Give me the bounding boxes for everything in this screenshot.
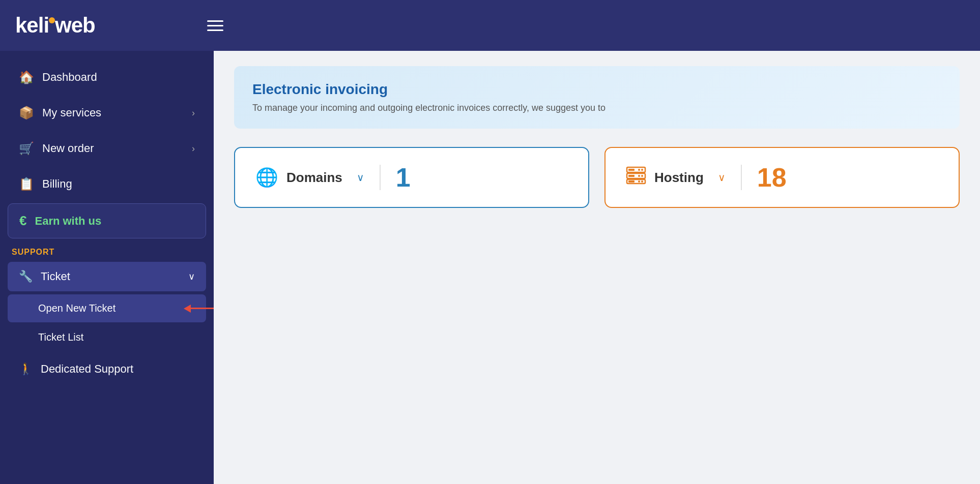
main-layout: 🏠 Dashboard 📦 My services › 🛒 New order … (0, 51, 980, 484)
euro-icon: € (19, 213, 26, 229)
hamburger-line-3 (207, 29, 223, 31)
svg-point-6 (638, 175, 640, 177)
chevron-right-icon: › (192, 108, 195, 118)
hosting-count: 18 (757, 162, 787, 193)
hamburger-button[interactable] (207, 20, 223, 31)
globe-icon: 🌐 (255, 167, 278, 188)
hosting-card-divider (741, 165, 742, 190)
logo-text: keliweb (15, 13, 95, 38)
svg-rect-11 (628, 180, 635, 183)
banner-title: Electronic invoicing (252, 81, 941, 98)
wrench-icon: 🔧 (19, 270, 33, 283)
domains-count: 1 (396, 162, 411, 193)
sidebar-item-dashboard-label: Dashboard (42, 71, 97, 84)
sidebar-item-my-services[interactable]: 📦 My services › (8, 97, 206, 129)
hamburger-line-2 (207, 25, 223, 26)
chevron-down-icon: ∨ (188, 271, 195, 282)
domains-card[interactable]: 🌐 Domains ∨ 1 (234, 147, 589, 208)
cart-icon: 🛒 (19, 141, 34, 156)
home-icon: 🏠 (19, 70, 34, 84)
sidebar-item-billing-label: Billing (42, 177, 72, 191)
top-header: keliweb (0, 0, 980, 51)
sidebar-item-earn-label: Earn with us (35, 215, 101, 228)
domains-card-left: 🌐 Domains ∨ (255, 167, 364, 188)
logo-dot (49, 17, 55, 23)
hosting-card-label: Hosting (654, 170, 704, 186)
server-icon (626, 166, 646, 189)
arrow-line (191, 308, 214, 309)
svg-point-1 (641, 169, 643, 171)
sidebar-item-ticket[interactable]: 🔧 Ticket ∨ (8, 262, 206, 291)
domains-chevron-icon: ∨ (357, 171, 364, 184)
hamburger-line-1 (207, 20, 223, 22)
arrow-indicator (185, 305, 214, 313)
sidebar-item-dedicated-support-label: Dedicated Support (41, 362, 133, 376)
svg-point-2 (638, 169, 640, 171)
sidebar: 🏠 Dashboard 📦 My services › 🛒 New order … (0, 51, 214, 484)
svg-rect-7 (628, 175, 635, 177)
hosting-chevron-icon: ∨ (718, 171, 726, 184)
sidebar-item-earn[interactable]: € Earn with us (8, 203, 206, 238)
person-walking-icon: 🚶 (19, 362, 33, 376)
svg-point-5 (641, 175, 643, 177)
open-new-ticket-label: Open New Ticket (38, 302, 116, 314)
submenu-item-ticket-list[interactable]: Ticket List (8, 323, 206, 351)
logo: keliweb (15, 13, 95, 38)
arrow-head (184, 305, 191, 313)
ticket-list-label: Ticket List (38, 331, 83, 343)
banner-text: To manage your incoming and outgoing ele… (252, 103, 941, 113)
billing-icon: 📋 (19, 177, 34, 191)
domains-card-label: Domains (286, 170, 342, 186)
sidebar-item-dedicated-support[interactable]: 🚶 Dedicated Support (8, 354, 206, 384)
chevron-right-icon-2: › (192, 143, 195, 154)
submenu-item-open-new-ticket[interactable]: Open New Ticket (8, 294, 206, 322)
svg-rect-3 (628, 169, 635, 171)
support-section-label: SUPPORT (8, 241, 206, 259)
ticket-submenu: Open New Ticket Ticket List (8, 294, 206, 351)
hosting-card-left: Hosting ∨ (626, 166, 726, 189)
sidebar-item-billing[interactable]: 📋 Billing (8, 168, 206, 200)
hosting-card[interactable]: Hosting ∨ 18 (604, 147, 960, 208)
sidebar-item-ticket-label: Ticket (41, 270, 70, 283)
sidebar-item-new-order-label: New order (42, 142, 94, 155)
sidebar-item-my-services-label: My services (42, 106, 101, 119)
box-icon: 📦 (19, 106, 34, 120)
sidebar-item-dashboard[interactable]: 🏠 Dashboard (8, 61, 206, 94)
sidebar-item-new-order[interactable]: 🛒 New order › (8, 132, 206, 165)
service-cards-row: 🌐 Domains ∨ 1 (234, 147, 960, 208)
main-content: Electronic invoicing To manage your inco… (214, 51, 980, 484)
domains-card-divider (380, 165, 381, 190)
svg-point-10 (638, 180, 640, 183)
electronic-invoicing-banner: Electronic invoicing To manage your inco… (234, 66, 960, 129)
svg-point-9 (641, 180, 643, 183)
